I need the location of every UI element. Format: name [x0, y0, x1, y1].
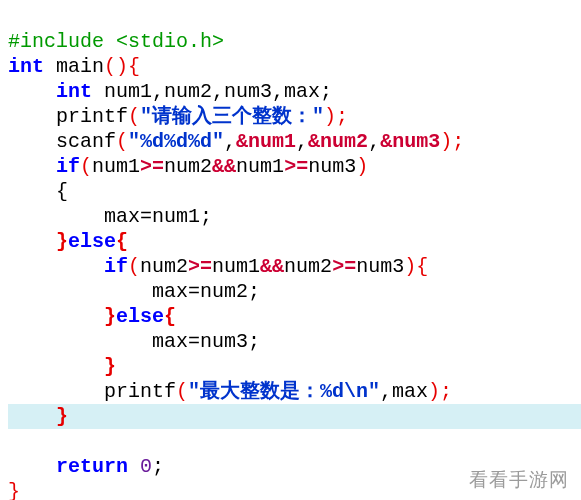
brace-open: { [416, 255, 428, 278]
brace-close: } [104, 305, 116, 328]
function-call: printf [56, 105, 128, 128]
parentheses: () [104, 55, 128, 78]
paren-open: ( [80, 155, 92, 178]
code-line: #include <stdio.h> [8, 30, 224, 53]
brace-open: { [116, 230, 128, 253]
brace-close: } [8, 480, 20, 500]
code-line: if(num1>=num2&&num1>=num3) [8, 155, 368, 178]
brace-close: } [104, 355, 116, 378]
operator-and: && [260, 255, 284, 278]
paren-open: ( [116, 130, 128, 153]
string-literal: "最大整数是：%d\n" [188, 380, 380, 403]
string-literal: "%d%d%d" [128, 130, 224, 153]
string-literal: "请输入三个整数：" [140, 105, 324, 128]
keyword-return: return [56, 455, 128, 478]
brace-close: } [56, 230, 68, 253]
code-block: #include <stdio.h> int main(){ int num1,… [8, 4, 581, 500]
code-line: if(num2>=num1&&num2>=num3){ [8, 255, 428, 278]
operator-ge: >= [332, 255, 356, 278]
paren-open: ( [128, 255, 140, 278]
function-call: scanf [56, 130, 116, 153]
address-arg: &num2 [308, 130, 368, 153]
code-line: max=num3; [8, 330, 260, 353]
code-line: int main(){ [8, 55, 140, 78]
watermark-text: 看看手游网 [469, 467, 569, 492]
operator-ge: >= [140, 155, 164, 178]
keyword-int: int [56, 80, 92, 103]
paren-open: ( [128, 105, 140, 128]
code-line-highlighted: } [8, 404, 581, 429]
keyword-if: if [56, 155, 80, 178]
header-file: <stdio.h> [116, 30, 224, 53]
operator-and: && [212, 155, 236, 178]
code-line: max=num2; [8, 280, 260, 303]
code-line: return 0; [8, 455, 164, 478]
brace-open: { [164, 305, 176, 328]
code-line: max=num1; [8, 205, 212, 228]
address-arg: &num3 [380, 130, 440, 153]
paren-close: ); [428, 380, 452, 403]
brace-open: { [128, 55, 140, 78]
code-line: scanf("%d%d%d",&num1,&num2,&num3); [8, 130, 464, 153]
brace-open: { [8, 180, 68, 203]
keyword-else: else [116, 305, 164, 328]
code-line: } [8, 355, 116, 378]
brace-close: } [56, 405, 68, 428]
code-line: printf("最大整数是：%d\n",max); [8, 380, 452, 403]
paren-close: ); [324, 105, 348, 128]
keyword-if: if [104, 255, 128, 278]
paren-close: ); [440, 130, 464, 153]
declarations: num1,num2,num3,max; [92, 80, 332, 103]
operator-ge: >= [284, 155, 308, 178]
code-line: }else{ [8, 230, 128, 253]
code-line: int num1,num2,num3,max; [8, 80, 332, 103]
paren-close: ) [356, 155, 368, 178]
code-line: printf("请输入三个整数："); [8, 105, 348, 128]
function-call: printf [104, 380, 176, 403]
preprocessor-directive: #include [8, 30, 116, 53]
operator-ge: >= [188, 255, 212, 278]
code-line: }else{ [8, 305, 176, 328]
address-arg: &num1 [236, 130, 296, 153]
number-literal: 0 [140, 455, 152, 478]
keyword-int: int [8, 55, 44, 78]
paren-open: ( [176, 380, 188, 403]
code-line: } [8, 480, 20, 500]
code-line: { [8, 180, 68, 203]
paren-close: ) [404, 255, 416, 278]
keyword-else: else [68, 230, 116, 253]
function-name: main [44, 55, 104, 78]
